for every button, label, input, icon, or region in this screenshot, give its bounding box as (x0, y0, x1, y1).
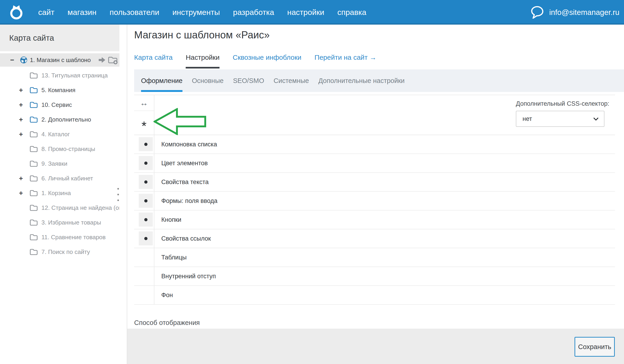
topmenu-item-shop[interactable]: магазин (67, 8, 96, 17)
globe-icon (20, 56, 28, 64)
style-row-padding[interactable]: Внутренний отступ (134, 267, 615, 286)
sitemap-sidebar: Карта сайта − 1. Магазин с шаблоно (0, 24, 127, 364)
expand-icon[interactable]: + (17, 171, 25, 186)
settings-subtabs: Оформление Основные SEO/SMO Системные До… (134, 69, 624, 92)
style-row-element-color[interactable]: Цвет элементов (134, 154, 615, 173)
topbar: сайт магазин пользователи инструменты ра… (0, 0, 624, 24)
tree-item[interactable]: 3. Избранные товары (0, 215, 119, 230)
tree-item[interactable]: 8. Промо-страницы (0, 141, 119, 156)
folder-icon (29, 145, 38, 152)
footer-bar: Сохранить (127, 329, 624, 364)
topmenu-item-site[interactable]: сайт (38, 8, 54, 17)
collapse-icon[interactable]: − (8, 53, 16, 67)
tree-item[interactable]: 12. Страница не найдена (ош (0, 200, 119, 215)
subtab-basic[interactable]: Основные (192, 69, 224, 92)
sidebar-resize-handle[interactable] (116, 187, 120, 203)
sitemap-tree: 13. Титульная страница + 5. Компания + 1… (0, 68, 127, 259)
tab-sitemap[interactable]: Карта сайта (134, 54, 173, 68)
design-settings-panel: ↔ * Дополнительный CSS-селектор: нет Ком… (134, 95, 615, 327)
folder-icon (29, 234, 38, 241)
width-arrows-icon: ↔ (134, 95, 154, 111)
expand-icon[interactable]: + (17, 97, 25, 112)
expand-icon[interactable]: + (17, 186, 25, 200)
tree-item[interactable]: 13. Титульная страница (0, 68, 119, 83)
tab-crosscut-infoblocks[interactable]: Сквозные инфоблоки (233, 54, 301, 68)
display-mode-heading: Способ отображения (134, 319, 615, 327)
bullet-marker (139, 213, 153, 227)
tree-item[interactable]: 11. Сравнение товаров (0, 230, 119, 245)
style-row-background[interactable]: Фон (134, 286, 615, 305)
topmenu-item-development[interactable]: разработка (233, 8, 274, 17)
sitemanager-logo-icon[interactable] (8, 4, 24, 20)
bullet-marker (139, 156, 153, 170)
green-arrow-annotation (154, 108, 206, 135)
css-selector-value: нет (516, 111, 604, 126)
tree-item-label: 3. Избранные товары (41, 215, 119, 230)
folder-icon (29, 87, 38, 93)
tree-item-label: 10. Сервис (41, 97, 119, 112)
subtab-system[interactable]: Системные (274, 69, 309, 92)
topmenu-item-users[interactable]: пользователи (109, 8, 159, 17)
style-row-tables[interactable]: Таблицы (134, 248, 615, 267)
marker-column-header: ↔ * (134, 95, 154, 135)
expand-icon[interactable]: + (17, 127, 25, 141)
tree-item[interactable]: + 5. Компания (0, 83, 119, 97)
tree-item[interactable]: 9. Заявки (0, 156, 119, 171)
folder-icon (29, 175, 38, 182)
tree-item-label: 11. Сравнение товаров (41, 230, 119, 245)
tree-item[interactable]: + 2. Дополнительно (0, 112, 119, 127)
style-row-list-layout[interactable]: Компоновка списка (134, 135, 615, 154)
tree-item-label: 1. Корзина (41, 186, 119, 200)
tree-item[interactable]: + 1. Корзина (0, 186, 119, 200)
css-selector-group: Дополнительный CSS-селектор: нет (516, 100, 609, 127)
folder-icon (29, 190, 38, 197)
css-selector-label: Дополнительный CSS-селектор: (516, 100, 609, 107)
page-title: Магазин с шаблоном «Раис» (134, 29, 270, 41)
topbar-menu: сайт магазин пользователи инструменты ра… (38, 0, 366, 24)
style-row-link-properties[interactable]: Свойства ссылок (134, 229, 615, 248)
bullet-marker (139, 175, 153, 189)
tree-item-label: 9. Заявки (41, 156, 119, 171)
sidebar-title: Карта сайта (0, 24, 119, 51)
main-panel: Магазин с шаблоном «Раис» Карта сайта На… (127, 24, 624, 364)
go-to-page-icon[interactable] (99, 57, 105, 63)
tab-go-to-site[interactable]: Перейти на сайт → (314, 54, 376, 68)
expand-icon[interactable]: + (17, 112, 25, 127)
page-tabs: Карта сайта Настройки Сквозные инфоблоки… (134, 54, 376, 68)
folder-icon (29, 116, 38, 123)
save-button[interactable]: Сохранить (574, 337, 615, 357)
tree-item-label: 5. Компания (41, 83, 119, 97)
tree-item[interactable]: + 4. Каталог (0, 127, 119, 141)
subtab-additional[interactable]: Дополнительные настройки (318, 69, 405, 92)
tree-item-label: 8. Промо-страницы (41, 141, 119, 156)
tree-item[interactable]: 7. Поиск по сайту (0, 245, 119, 259)
expand-icon[interactable]: + (17, 83, 25, 97)
style-row-form-inputs[interactable]: Формы: поля ввода (134, 192, 615, 210)
topmenu-item-tools[interactable]: инструменты (172, 8, 220, 17)
support-email-link[interactable]: info@sitemanager.ru (549, 8, 619, 17)
asterisk-icon: * (134, 111, 154, 134)
css-selector-select[interactable]: нет (516, 111, 604, 127)
style-row-buttons[interactable]: Кнопки (134, 210, 615, 229)
bullet-marker (139, 231, 153, 245)
folder-icon (29, 219, 38, 226)
panel-header-row: ↔ * Дополнительный CSS-селектор: нет (134, 95, 615, 135)
tree-item-root[interactable]: − 1. Магазин с шаблоно (0, 53, 119, 67)
tree-item-label: 6. Личный кабинет (41, 171, 119, 186)
chat-bubble-icon[interactable] (531, 6, 544, 19)
folder-icon (29, 249, 38, 255)
folder-icon (29, 160, 38, 167)
folder-icon (29, 101, 38, 108)
add-folder-icon[interactable] (108, 56, 118, 65)
subtab-design[interactable]: Оформление (141, 69, 182, 92)
tree-root-label: 1. Магазин с шаблоно (30, 53, 98, 67)
folder-icon (29, 72, 38, 79)
tree-item[interactable]: + 6. Личный кабинет (0, 171, 119, 186)
topmenu-item-settings[interactable]: настройки (287, 8, 324, 17)
style-rows: Компоновка списка Цвет элементов Свойств… (134, 135, 615, 305)
topmenu-item-help[interactable]: справка (337, 8, 366, 17)
subtab-seo-smo[interactable]: SEO/SMO (233, 69, 264, 92)
style-row-text-properties[interactable]: Свойства текста (134, 173, 615, 192)
tree-item[interactable]: + 10. Сервис (0, 97, 119, 112)
tab-settings[interactable]: Настройки (186, 54, 219, 68)
